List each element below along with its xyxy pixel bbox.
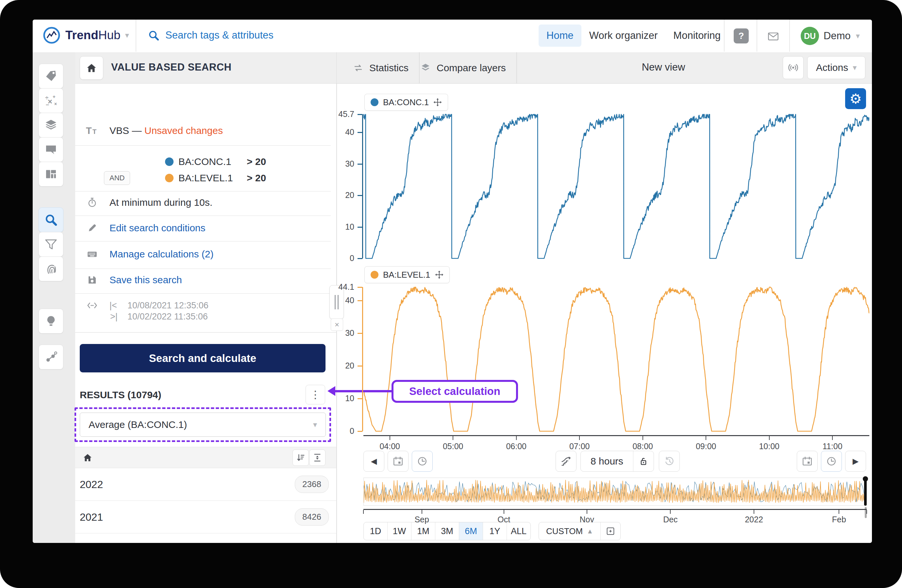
collapse-all-button[interactable] [309, 449, 326, 466]
legend-chip-ba-level1[interactable]: BA:LEVEL.1 [364, 266, 450, 283]
compare-layers-label: Compare layers [437, 63, 506, 74]
condition-row-2: AND BA:LEVEL.1 > 20 [75, 171, 331, 185]
pan-left-button[interactable]: ◀ [363, 451, 384, 472]
chevron-up-icon: ▲ [587, 527, 593, 535]
unsaved-status: Unsaved changes [144, 125, 223, 136]
global-search[interactable]: Search tags & attributes [148, 30, 274, 41]
divider [75, 145, 331, 146]
mail-icon[interactable] [767, 30, 779, 42]
dashboard-icon [44, 167, 58, 181]
zoom-preset-1w[interactable]: 1W [387, 522, 411, 540]
zoom-preset-1y[interactable]: 1Y [483, 522, 507, 540]
calculation-selected-value: Average (BA:CONC.1) [89, 419, 187, 430]
pencil-icon [86, 222, 99, 233]
zoom-preset-1m[interactable]: 1M [411, 522, 435, 540]
live-mode-button[interactable] [783, 56, 803, 79]
clock-end-button[interactable] [821, 451, 842, 472]
nav-home[interactable]: Home [539, 25, 581, 47]
y-axis-tick [357, 398, 362, 399]
sidebar-item-context[interactable] [39, 345, 63, 369]
move-icon[interactable] [433, 98, 442, 106]
lock-window-button[interactable] [633, 451, 654, 471]
result-year: 2021 [80, 511, 103, 523]
calendar-end-button[interactable] [797, 451, 818, 472]
legend-chip-ba-conc1[interactable]: BA:CONC.1 [364, 94, 448, 111]
home-icon[interactable] [82, 452, 93, 463]
time-tick-label: 09:00 [686, 442, 725, 451]
custom-range-button[interactable]: CUSTOM ▲ [539, 526, 600, 536]
avatar[interactable]: DU [801, 27, 819, 45]
brand[interactable]: TrendHub ▾ [42, 26, 129, 44]
overview-strip[interactable] [363, 478, 867, 506]
sidebar-item-formulas[interactable]: ÷+ ×− × [39, 88, 63, 113]
user-menu[interactable]: Demo ▾ [824, 30, 860, 42]
chart-settings-button[interactable]: ⚙ [845, 88, 866, 109]
pan-right-button[interactable]: ▶ [845, 451, 866, 472]
rename-icon[interactable]: TT [86, 125, 99, 136]
time-window-label[interactable]: 8 hours [581, 456, 633, 467]
results-title: RESULTS (10794) [80, 389, 161, 400]
search-and-calculate-button[interactable]: Search and calculate [80, 344, 326, 372]
edit-search-conditions-link[interactable]: Edit search conditions [110, 222, 205, 233]
nav-work-organizer[interactable]: Work organizer [581, 25, 666, 47]
save-this-search-link[interactable]: Save this search [110, 274, 182, 286]
overview-scrollbar[interactable] [864, 478, 867, 506]
sidebar-item-layers[interactable] [39, 113, 63, 138]
sidebar-item-filter[interactable] [39, 232, 63, 257]
svg-text:T: T [92, 128, 96, 135]
zoom-preset-6m[interactable]: 6M [459, 522, 483, 540]
fit-range-button[interactable] [600, 522, 620, 540]
clock-start-button[interactable] [412, 451, 433, 472]
trendhub-logo-icon [42, 26, 61, 44]
zoom-preset-all[interactable]: ALL [507, 522, 531, 540]
y-axis-tick [357, 195, 362, 196]
sidebar-item-fingerprint[interactable] [39, 256, 63, 281]
y-axis-tick [357, 333, 362, 334]
sidebar-item-recommendations[interactable] [39, 309, 63, 333]
sidebar-item-comments[interactable] [39, 137, 63, 162]
calendar-start-button[interactable] [388, 451, 409, 472]
zoom-preset-3m[interactable]: 3M [435, 522, 459, 540]
actions-button[interactable]: Actions ▾ [807, 56, 865, 79]
history-button[interactable] [659, 451, 680, 472]
statistics-button[interactable]: Statistics [342, 52, 420, 83]
trend-chart-ba-conc1[interactable] [363, 111, 869, 260]
y-axis-tick-label: 40 [307, 127, 354, 137]
panel-home-button[interactable] [80, 56, 103, 80]
month-tick [754, 510, 754, 514]
help-icon[interactable]: ? [734, 28, 749, 44]
sidebar-item-tags[interactable] [39, 64, 63, 89]
brand-chevron-down-icon[interactable]: ▾ [125, 31, 129, 40]
time-tick-label: 08:00 [623, 442, 662, 451]
y-axis-tick [357, 366, 362, 366]
trend-chart-ba-level1[interactable] [363, 284, 869, 434]
month-label: Nov [564, 515, 610, 524]
edit-conditions-row[interactable]: Edit search conditions [75, 221, 331, 235]
sidebar-item-dashboard[interactable] [39, 162, 63, 186]
manage-calculations-row[interactable]: Manage calculations (2) [75, 247, 331, 261]
jump-start-icon[interactable]: |< [110, 300, 117, 311]
sidebar-item-search[interactable] [39, 208, 63, 232]
move-icon[interactable] [435, 271, 443, 279]
calculation-icon: ÷+ ×− × [44, 94, 58, 107]
header-divider [756, 20, 757, 52]
search-placeholder: Search tags & attributes [165, 30, 274, 41]
range-end-datetime: 10/02/2022 11:35:06 [127, 312, 208, 322]
compare-layers-button[interactable]: Compare layers [409, 52, 517, 83]
sort-button[interactable] [293, 449, 309, 466]
jump-end-icon[interactable]: >| [110, 312, 117, 322]
calculation-select[interactable]: Average (BA:CONC.1) ▾ [80, 413, 326, 437]
primary-nav: Home Work organizer Monitoring [539, 20, 728, 52]
time-tick-label: 04:00 [370, 442, 409, 451]
chart-mode-button[interactable] [556, 451, 576, 472]
time-tick [579, 436, 580, 440]
tag-icon [44, 70, 58, 83]
zoom-preset-1d[interactable]: 1D [364, 522, 387, 540]
overview-axis-line [363, 509, 867, 510]
nav-monitoring[interactable]: Monitoring [666, 25, 728, 47]
search-icon [148, 30, 160, 41]
y-axis-tick-label: 10 [307, 394, 354, 403]
save-search-row[interactable]: Save this search [75, 273, 331, 287]
time-tick [516, 436, 517, 440]
manage-calculations-link[interactable]: Manage calculations (2) [110, 249, 214, 260]
